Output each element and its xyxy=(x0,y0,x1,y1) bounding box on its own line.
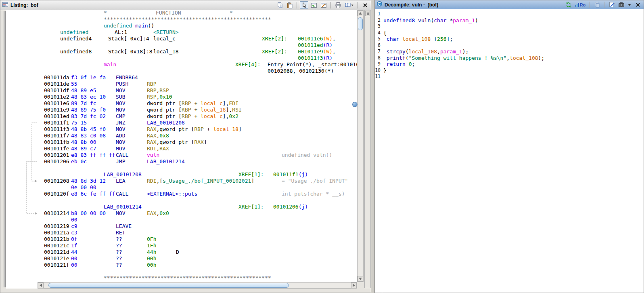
listing-row[interactable]: 001011e248 83 ec 10SUBRSP,0x10 xyxy=(38,94,357,100)
listing-row[interactable]: ****************************************… xyxy=(38,275,357,281)
edit-fields-button[interactable] xyxy=(319,1,328,9)
decompiled-source[interactable]: undefined8 vuln(char *param_1){ char loc… xyxy=(383,9,644,293)
disassembly-listing[interactable]: *FUNCTION*******************************… xyxy=(38,10,357,282)
listing-row[interactable]: 001011f348 8b 45 f0MOVRAX,qword ptr [RBP… xyxy=(38,126,357,133)
listing-row[interactable]: 0e 00 00 xyxy=(38,184,357,191)
toggle-fields-button[interactable] xyxy=(309,1,318,9)
scroll-right-button[interactable] xyxy=(351,282,357,288)
listing-row[interactable]: 00102068, 00102130(*) xyxy=(38,68,357,74)
listing-titlebar[interactable]: Listing: bof xyxy=(0,0,371,10)
listing-row[interactable]: 0010121d44??44hD xyxy=(38,249,357,255)
listing-row[interactable]: 001011e689 7d fcMOVdword ptr [RBP + loca… xyxy=(38,100,357,107)
listing-row[interactable]: 001011de55PUSHRBP xyxy=(38,81,357,87)
decompile-close-button[interactable] xyxy=(634,1,642,8)
listing-row[interactable]: 001011daf3 0f 1e faENDBR64 xyxy=(38,74,357,81)
listing-window-icon xyxy=(2,1,8,9)
code-line[interactable]: } xyxy=(383,67,644,74)
graph-ro-button[interactable]: Ro xyxy=(574,1,587,8)
print-button[interactable] xyxy=(334,1,342,9)
listing-field: MOV xyxy=(116,107,125,113)
listing-field: undefined main() xyxy=(104,23,154,29)
copy-button-disabled[interactable] xyxy=(593,1,601,8)
line-number: 7 xyxy=(375,48,381,55)
refresh-button[interactable] xyxy=(564,1,573,8)
code-line[interactable]: return 0; xyxy=(383,61,644,67)
bookmarks-menu-button[interactable] xyxy=(343,1,355,9)
listing-field: 001011e9(W), xyxy=(298,48,336,55)
listing-field: 48 89 75 f0 xyxy=(71,107,106,113)
code-line[interactable]: char local_108 [256]; xyxy=(383,36,644,42)
listing-field: c9 xyxy=(71,223,77,230)
overview-margin[interactable] xyxy=(364,10,371,288)
listing-row[interactable]: 001011df48 89 e5MOVRBP,RSP xyxy=(38,87,357,94)
listing-field: 48 83 ec 10 xyxy=(71,94,106,100)
toolbar-separator xyxy=(330,2,331,8)
listing-row[interactable]: undefined main() xyxy=(38,23,357,29)
toolbar-menu-button[interactable] xyxy=(627,1,632,8)
listing-field: MOV xyxy=(116,87,125,94)
listing-field: int puts(char * __s) xyxy=(282,191,345,197)
listing-field: MOV xyxy=(116,126,125,133)
close-icon xyxy=(635,2,641,8)
refresh-icon xyxy=(565,2,572,8)
listing-field: 001011fb xyxy=(44,139,69,145)
listing-horizontal-scrollbar[interactable] xyxy=(38,282,357,289)
code-line[interactable] xyxy=(383,11,644,17)
listing-row[interactable]: 001011f748 83 c0 08ADDRAX,0x8 xyxy=(38,133,357,139)
listing-row[interactable]: mainXREF[4]:Entry Point(*), _start:00101… xyxy=(38,61,357,68)
line-number: 11 xyxy=(375,74,381,80)
vertical-scroll-thumb[interactable] xyxy=(358,17,363,30)
code-line[interactable] xyxy=(383,74,644,80)
listing-field: 001011ed xyxy=(44,113,69,120)
listing-row[interactable]: 0010121b0f??0Fh xyxy=(38,236,357,242)
horizontal-scroll-thumb[interactable] xyxy=(48,283,289,288)
edit-signature-button[interactable] xyxy=(607,1,616,8)
listing-row[interactable]: ****************************************… xyxy=(38,16,357,23)
listing-row[interactable]: 00101219c9LEAVE xyxy=(38,223,357,230)
listing-row[interactable]: 00101206eb 0cJMPLAB_00101214 xyxy=(38,158,357,165)
listing-row[interactable]: 001011f3(R) xyxy=(38,55,357,61)
cursor-tool-button[interactable] xyxy=(300,1,308,9)
listing-close-button[interactable] xyxy=(361,1,369,9)
listing-row[interactable]: 00101201e8 83 ff ff ffCALLvulnundefined … xyxy=(38,152,357,158)
overview-header-button[interactable] xyxy=(365,11,370,16)
left-margin-strip[interactable] xyxy=(4,11,6,287)
scroll-left-button[interactable] xyxy=(38,282,44,288)
listing-row[interactable]: 001011fe48 89 c7MOVRDI,RAX xyxy=(38,145,357,152)
listing-row[interactable]: 001011fb48 8b 00MOVRAX,qword ptr [RAX] xyxy=(38,139,357,145)
snapshot-button[interactable] xyxy=(617,1,625,8)
listing-row[interactable]: undefinedAL:1<RETURN> xyxy=(38,29,357,36)
listing-row[interactable]: 001011e948 89 75 f0MOVqword ptr [RBP + l… xyxy=(38,107,357,113)
listing-row[interactable]: *FUNCTION* xyxy=(38,10,357,16)
scroll-up-button[interactable] xyxy=(358,11,363,16)
listing-row[interactable]: LAB_00101208XREF[1]:001011f1(j) xyxy=(38,171,357,178)
listing-row[interactable]: 0010121e00??00h xyxy=(38,255,357,262)
code-line[interactable]: { xyxy=(383,30,644,36)
code-line[interactable] xyxy=(383,23,644,30)
listing-row[interactable]: 001011ed83 7d fc 02CMPdword ptr [RBP + l… xyxy=(38,113,357,120)
panel-splitter[interactable] xyxy=(371,0,374,293)
listing-row[interactable]: 00 xyxy=(38,217,357,223)
listing-row[interactable]: 0010120fe8 6c fe ff ffCALL<EXTERNAL>::pu… xyxy=(38,191,357,197)
listing-row[interactable]: undefined8Stack[-0x18]:8local_18XREF[2]:… xyxy=(38,48,357,55)
listing-row[interactable]: LAB_00101214XREF[1]:00101206(j) xyxy=(38,204,357,210)
listing-row[interactable]: 0010121ac3RET xyxy=(38,230,357,236)
listing-row[interactable]: undefined4Stack[-0xc]:4local_cXREF[2]:00… xyxy=(38,36,357,42)
listing-field: ?? xyxy=(116,255,122,262)
copy-button[interactable] xyxy=(276,1,284,9)
listing-row[interactable]: 001011ed(R) xyxy=(38,42,357,48)
code-line[interactable]: printf("Something will happens ! %s\n",l… xyxy=(383,55,644,61)
listing-field: MOV xyxy=(116,145,125,152)
listing-row[interactable]: 0010120848 8d 3d 12LEARDI,[s_Usage_./bof… xyxy=(38,178,357,184)
listing-row[interactable]: 0010121f00??00h xyxy=(38,262,357,268)
paste-button[interactable] xyxy=(285,1,294,9)
scroll-down-button[interactable] xyxy=(358,276,363,282)
code-line[interactable] xyxy=(383,42,644,49)
listing-vertical-scrollbar[interactable] xyxy=(357,10,364,282)
listing-row[interactable]: 00101214b8 00 00 00MOVEAX,0x0 xyxy=(38,210,357,217)
code-line[interactable]: undefined8 vuln(char *param_1) xyxy=(383,17,644,24)
listing-row[interactable]: 001011f175 15JNZLAB_00101208 xyxy=(38,120,357,126)
decompile-titlebar[interactable]: Decompile: vuln - (bof) xyxy=(375,0,644,9)
listing-row[interactable]: 0010121c1f??1Fh xyxy=(38,242,357,249)
code-line[interactable]: strcpy(local_108,param_1); xyxy=(383,48,644,55)
